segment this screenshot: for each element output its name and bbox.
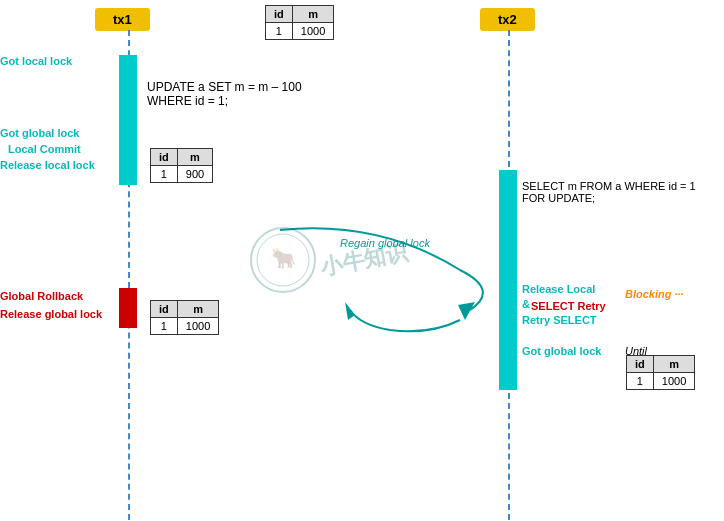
tx1-cyan-block-top xyxy=(119,55,137,185)
tx2-label: tx2 xyxy=(480,8,535,31)
global-rollback-label: Global Rollback xyxy=(0,290,83,302)
select-sql-label: SELECT m FROM a WHERE id = 1 FOR UPDATE; xyxy=(522,180,696,204)
release-global-lock-label: Release global lock xyxy=(0,308,102,320)
got-local-lock-label: Got local lock xyxy=(0,55,72,67)
svg-marker-0 xyxy=(458,302,475,320)
svg-marker-1 xyxy=(345,302,355,320)
local-commit-label: Local Commit xyxy=(8,143,81,155)
svg-text:🐂: 🐂 xyxy=(271,246,296,270)
final-table: idm 11000 xyxy=(626,355,695,390)
select-retry-label: SELECT Retry xyxy=(531,300,606,312)
watermark-logo: 🐂 xyxy=(248,225,318,295)
update-sql-label: UPDATE a SET m = m – 100 WHERE id = 1; xyxy=(147,80,302,108)
initial-table: idm 11000 xyxy=(265,5,334,40)
local-commit-table: idm 1900 xyxy=(150,148,213,183)
tx1-cyan-block-bottom xyxy=(119,288,137,328)
release-local-lock-label: Release local lock xyxy=(0,159,95,171)
got-global-lock-tx2-label: Got global lock xyxy=(522,345,601,357)
got-global-lock-label: Got global lock xyxy=(0,127,79,139)
tx1-label: tx1 xyxy=(95,8,150,31)
blocking-label: Blocking ··· xyxy=(625,288,684,300)
